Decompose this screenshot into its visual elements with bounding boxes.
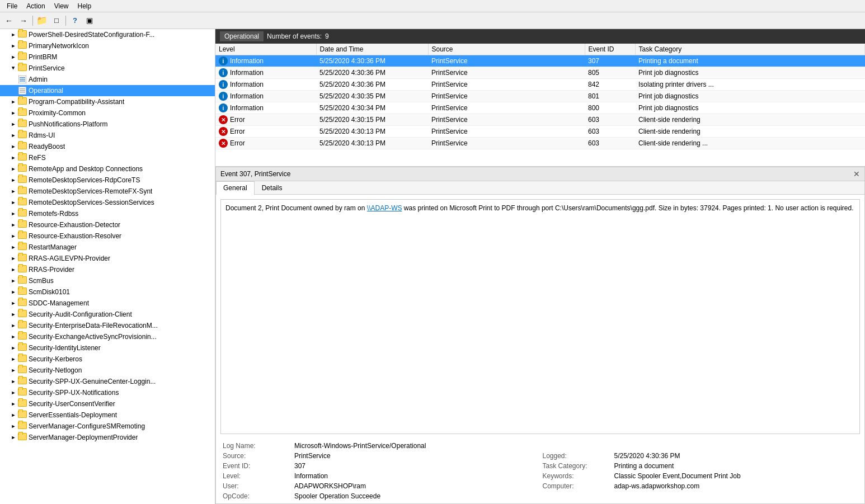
tree-item-scmdisk0101[interactable]: ► ScmDisk0101 <box>0 286 215 298</box>
tree-item-remotedesktop-session[interactable]: ► RemoteDesktopServices-SessionServices <box>0 197 215 208</box>
tab-general[interactable]: General <box>216 181 255 195</box>
tree-item-security-spp-ux-genuine[interactable]: ► Security-SPP-UX-GenuineCenter-Loggin..… <box>0 376 215 387</box>
arrow-readyboost[interactable]: ► <box>9 142 18 151</box>
arrow-printbrm[interactable]: ► <box>9 53 18 62</box>
tree-item-printservice[interactable]: ► PrintService <box>0 63 215 74</box>
arrow-security-userconsentverifier[interactable]: ► <box>9 399 18 408</box>
tree-item-restartmanager[interactable]: ► RestartManager <box>0 242 215 253</box>
tree-item-resource-exhaustion-resolver[interactable]: ► Resource-Exhaustion-Resolver <box>0 230 215 242</box>
view-button[interactable]: □ <box>50 15 63 27</box>
arrow-refs[interactable]: ► <box>9 153 18 162</box>
tree-item-rdms-ui[interactable]: ► Rdms-UI <box>0 130 215 141</box>
tree-item-sddc-management[interactable]: ► SDDC-Management <box>0 298 215 309</box>
menu-action[interactable]: Action <box>22 1 49 11</box>
tree-item-security-identitylistener[interactable]: ► Security-IdentityListener <box>0 342 215 354</box>
tree-item-security-netlogon[interactable]: ► Security-Netlogon <box>0 365 215 376</box>
arrow-remotedesktop-remotefx[interactable]: ► <box>9 187 18 196</box>
arrow-security-audit[interactable]: ► <box>9 310 18 319</box>
col-taskcategory[interactable]: Task Category <box>635 44 865 55</box>
table-row[interactable]: ✕ Error 5/25/2020 4:30:15 PM PrintServic… <box>215 114 865 126</box>
tree-item-scmbus[interactable]: ► ScmBus <box>0 275 215 286</box>
arrow-security-spp-ux-notifications[interactable]: ► <box>9 388 18 397</box>
tree-item-security-exchange[interactable]: ► Security-ExchangeActiveSyncProvisionin… <box>0 331 215 342</box>
help-button[interactable]: ? <box>68 15 82 27</box>
menu-file[interactable]: File <box>2 1 22 11</box>
tree-item-primarynetworkicon[interactable]: ► PrimaryNetworkIcon <box>0 40 215 51</box>
menu-view[interactable]: View <box>50 1 73 11</box>
arrow-security-netlogon[interactable]: ► <box>9 366 18 375</box>
tree-item-remotedesktop-remotefx[interactable]: ► RemoteDesktopServices-RemoteFX-Synt <box>0 186 215 197</box>
arrow-serveressentials[interactable]: ► <box>9 411 18 420</box>
col-level[interactable]: Level <box>215 44 316 55</box>
tree-item-remotefs-rdbss[interactable]: ► Remotefs-Rdbss <box>0 208 215 219</box>
tree-item-security-enterprisedata[interactable]: ► Security-EnterpriseData-FileRevocation… <box>0 320 215 331</box>
arrow-security-enterprisedata[interactable]: ► <box>9 321 18 330</box>
event-link[interactable]: \\ADAP-WS <box>367 204 402 212</box>
arrow-servermanager-deploymentprovider[interactable]: ► <box>9 433 18 442</box>
arrow-rras-provider[interactable]: ► <box>9 265 18 274</box>
tree-item-operational[interactable]: Operational <box>0 85 215 96</box>
arrow-restartmanager[interactable]: ► <box>9 243 18 252</box>
arrow-rras-agilevpn[interactable]: ► <box>9 254 18 263</box>
tree-item-refs[interactable]: ► ReFS <box>0 152 215 163</box>
tree-item-admin[interactable]: Admin <box>0 74 215 85</box>
table-row[interactable]: i Information 5/25/2020 4:30:34 PM Print… <box>215 102 865 114</box>
col-eventid[interactable]: Event ID <box>585 44 635 55</box>
open-button[interactable]: 📁 <box>35 15 49 27</box>
tree-item-servermanager-deploymentprovider[interactable]: ► ServerManager-DeploymentProvider <box>0 432 215 443</box>
arrow-remoteapp[interactable]: ► <box>9 164 18 173</box>
arrow-proximity-common[interactable]: ► <box>9 109 18 117</box>
table-row[interactable]: i Information 5/25/2020 4:30:36 PM Print… <box>215 79 865 91</box>
arrow-program-compat[interactable]: ► <box>9 97 18 106</box>
arrow-remotefs-rdbss[interactable]: ► <box>9 209 18 218</box>
tree-item-security-audit[interactable]: ► Security-Audit-Configuration-Client <box>0 309 215 320</box>
table-row[interactable]: ✕ Error 5/25/2020 4:30:13 PM PrintServic… <box>215 138 865 149</box>
arrow-scmbus[interactable]: ► <box>9 276 18 285</box>
arrow-security-identitylistener[interactable]: ► <box>9 343 18 352</box>
tree-item-readyboost[interactable]: ► ReadyBoost <box>0 141 215 152</box>
events-table-container[interactable]: Level Date and Time Source Event ID Task… <box>215 44 865 167</box>
arrow-resource-exhaustion-detector[interactable]: ► <box>9 220 18 229</box>
tree-item-serveressentials[interactable]: ► ServerEssentials-Deployment <box>0 409 215 421</box>
tree-item-program-compat[interactable]: ► Program-Compatibility-Assistant <box>0 96 215 107</box>
arrow-security-spp-ux-genuine[interactable]: ► <box>9 377 18 386</box>
table-row[interactable]: i Information 5/25/2020 4:30:36 PM Print… <box>215 55 865 67</box>
tree-item-powershell[interactable]: ► PowerShell-DesiredStateConfiguration-F… <box>0 29 215 40</box>
table-row[interactable]: i Information 5/25/2020 4:30:35 PM Print… <box>215 91 865 102</box>
arrow-remotedesktop-session[interactable]: ► <box>9 198 18 207</box>
col-source[interactable]: Source <box>428 44 585 55</box>
tree-item-remotedesktop-rdp[interactable]: ► RemoteDesktopServices-RdpCoreTS <box>0 175 215 186</box>
arrow-resource-exhaustion-resolver[interactable]: ► <box>9 232 18 241</box>
menu-help[interactable]: Help <box>73 1 96 11</box>
extra-button[interactable]: ▣ <box>83 15 96 27</box>
tree-item-printbrm[interactable]: ► PrintBRM <box>0 51 215 63</box>
arrow-scmdisk0101[interactable]: ► <box>9 288 18 296</box>
events-tab-operational[interactable]: Operational <box>220 31 264 41</box>
arrow-servermanager-configuresmremoting[interactable]: ► <box>9 422 18 431</box>
tab-details[interactable]: Details <box>255 181 290 194</box>
tree-item-security-spp-ux-notifications[interactable]: ► Security-SPP-UX-Notifications <box>0 387 215 398</box>
back-button[interactable]: ← <box>2 15 16 27</box>
arrow-remotedesktop-rdp[interactable]: ► <box>9 176 18 185</box>
tree-item-servermanager-configuresmremoting[interactable]: ► ServerManager-ConfigureSMRemoting <box>0 421 215 432</box>
tree-item-rras-agilevpn[interactable]: ► RRAS-AGILEVPN-Provider <box>0 253 215 264</box>
tree-item-resource-exhaustion-detector[interactable]: ► Resource-Exhaustion-Detector <box>0 219 215 230</box>
arrow-primarynetworkicon[interactable]: ► <box>9 41 18 50</box>
arrow-powershell[interactable]: ► <box>9 30 18 39</box>
forward-button[interactable]: → <box>17 15 30 27</box>
arrow-rdms-ui[interactable]: ► <box>9 131 18 140</box>
tree-item-remoteapp[interactable]: ► RemoteApp and Desktop Connections <box>0 163 215 175</box>
tree-item-rras-provider[interactable]: ► RRAS-Provider <box>0 264 215 275</box>
table-row[interactable]: ✕ Error 5/25/2020 4:30:13 PM PrintServic… <box>215 126 865 138</box>
table-row[interactable]: i Information 5/25/2020 4:30:36 PM Print… <box>215 67 865 79</box>
tree-item-security-userconsentverifier[interactable]: ► Security-UserConsentVerifier <box>0 398 215 409</box>
arrow-sddc-management[interactable]: ► <box>9 299 18 308</box>
tree-item-pushnotifications[interactable]: ► PushNotifications-Platform <box>0 119 215 130</box>
close-button[interactable]: ✕ <box>853 169 860 178</box>
arrow-printservice[interactable]: ► <box>9 64 18 73</box>
arrow-pushnotifications[interactable]: ► <box>9 120 18 129</box>
tree-item-proximity-common[interactable]: ► Proximity-Common <box>0 107 215 119</box>
col-datetime[interactable]: Date and Time <box>316 44 428 55</box>
arrow-security-kerberos[interactable]: ► <box>9 355 18 364</box>
tree-item-security-kerberos[interactable]: ► Security-Kerberos <box>0 354 215 365</box>
